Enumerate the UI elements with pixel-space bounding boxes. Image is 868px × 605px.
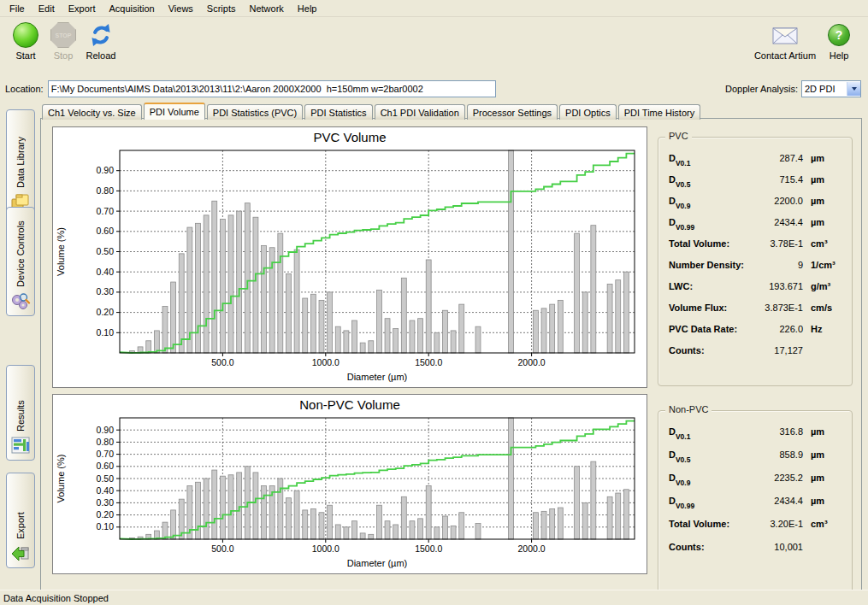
stat-row: Volume Flux:3.873E-1cm/s [669,302,845,324]
sidebar-item-label: Data Library [15,118,26,188]
stat-value: 3.873E-1 [752,302,803,313]
menu-item-help[interactable]: Help [291,2,324,15]
stat-unit: µm [811,426,845,437]
sidebar-item-results[interactable]: Results [6,365,35,461]
svg-text:0.40: 0.40 [97,267,115,277]
stat-unit: Hz [811,324,845,334]
stat-unit: cm³ [811,519,845,529]
doppler-analysis-select[interactable]: 2D PDI [801,80,861,97]
stat-value: 3.20E-1 [752,519,803,529]
combo-dropdown-button[interactable] [847,82,860,96]
menu-item-network[interactable]: Network [242,2,290,15]
svg-text:Volume (%): Volume (%) [56,455,66,503]
stat-row: Total Volume:3.20E-1cm³ [669,519,845,542]
tab-ch1-pdi-validation[interactable]: Ch1 PDI Validation [375,104,465,120]
doppler-analysis-value: 2D PDI [802,84,847,94]
sidebar-item-data-library[interactable]: Data Library [6,109,35,217]
stat-unit: 1/cm³ [811,260,845,270]
stat-label: Counts: [669,542,752,552]
doppler-analysis-label: Doppler Analysis: [725,84,798,94]
menu-item-views[interactable]: Views [162,2,200,15]
stat-value: 2235.2 [752,473,803,483]
menu-item-acquisition[interactable]: Acquisition [103,2,162,15]
svg-text:2000.0: 2000.0 [518,543,546,554]
stat-value: 193.671 [752,281,803,291]
start-button[interactable]: Start [9,21,43,61]
tab-pdi-statistics[interactable]: PDI Statistics [304,104,372,120]
start-icon [13,21,38,49]
svg-text:0.90: 0.90 [97,165,115,175]
stat-row: LWC:193.671g/m³ [669,281,845,302]
sidebar-item-label: Device Controls [15,215,26,287]
app-window: { "menu": { "items": ["File", "Edit", "E… [0,0,868,605]
help-button[interactable]: ? Help [822,21,856,61]
non-pvc-chart-plot: 0.100.200.300.400.500.600.700.800.90500.… [53,414,645,573]
stat-row: DV0.5715.4µm [669,174,845,196]
sidebar-item-export[interactable]: Export [6,473,35,568]
stat-value: 2434.4 [752,217,803,227]
stat-label: Number Density: [669,260,752,270]
svg-text:0.60: 0.60 [97,461,115,471]
stat-value: 3.78E-1 [752,238,803,249]
tab-pdi-statistics-pvc-[interactable]: PDI Statistics (PVC) [207,104,303,120]
menu-bar: FileEditExportAcquisitionViewsScriptsNet… [0,0,868,17]
stat-label: DV0.9 [669,196,752,209]
toolbar-right-group: Contact Artium ? Help [752,21,859,61]
menu-item-edit[interactable]: Edit [32,2,62,15]
svg-text:Diameter (µm): Diameter (µm) [347,558,408,568]
pvc-chart-title: PVC Volume [53,127,647,147]
svg-text:0.20: 0.20 [97,509,115,520]
contact-artium-button[interactable]: Contact Artium [752,21,818,61]
svg-text:0.30: 0.30 [97,497,115,508]
svg-text:Diameter (µm): Diameter (µm) [347,372,408,382]
help-label: Help [830,50,849,61]
menu-item-export[interactable]: Export [62,2,103,15]
svg-text:0.80: 0.80 [97,437,115,447]
stat-label: DV0.5 [669,449,752,462]
stat-label: Volume Flux: [669,302,752,313]
reload-button[interactable]: Reload [84,21,118,61]
stat-unit: µm [811,196,845,206]
svg-text:500.0: 500.0 [211,357,233,367]
stat-row: Counts:10,001 [669,542,845,565]
stat-row: DV0.5858.9µm [669,449,845,473]
stat-label: LWC: [669,281,752,291]
tab-strip: Ch1 Velocity vs. SizePDI VolumePDI Stati… [40,102,862,119]
svg-text:0.50: 0.50 [97,246,115,256]
workspace: Data LibraryDevice ControlsResultsExport… [0,100,868,594]
tab-ch1-velocity-vs-size[interactable]: Ch1 Velocity vs. Size [42,104,142,120]
svg-text:1500.0: 1500.0 [415,357,442,367]
tab-pdi-time-history[interactable]: PDI Time History [618,104,701,120]
stat-row: DV0.92200.0µm [669,196,845,217]
stat-value: 2434.4 [752,496,803,506]
stop-icon: STOP [50,21,76,49]
tab-pdi-volume[interactable]: PDI Volume [144,103,205,120]
svg-text:1500.0: 1500.0 [415,543,442,554]
stat-label: Counts: [669,345,752,355]
stat-unit: µm [811,496,845,506]
menu-item-scripts[interactable]: Scripts [200,2,243,15]
tab-pdi-optics[interactable]: PDI Optics [559,104,617,120]
sidebar: Data LibraryDevice ControlsResultsExport [0,102,40,594]
stat-row: DV0.1287.4µm [669,153,845,174]
toolbar-left-group: Start STOP Stop Reload [9,21,121,61]
tab-control: Ch1 Velocity vs. SizePDI VolumePDI Stati… [40,102,868,594]
svg-text:0.70: 0.70 [97,449,115,459]
stat-label: DV0.99 [669,217,752,230]
stat-unit: µm [811,174,845,185]
non-pvc-chart-title: Non-PVC Volume [53,395,647,414]
stat-row: Number Density:91/cm³ [669,260,845,281]
menu-item-file[interactable]: File [3,2,32,15]
sidebar-item-device-controls[interactable]: Device Controls [6,207,35,316]
pvc-groupbox-title: PVC [665,131,692,141]
svg-text:0.90: 0.90 [97,425,115,435]
location-input[interactable] [48,80,496,97]
stat-row: DV0.92235.2µm [669,473,845,496]
stat-unit: µm [811,217,845,227]
svg-text:500.0: 500.0 [211,543,233,554]
stat-value: 9 [752,260,803,270]
envelope-icon [771,21,800,49]
charts-column: PVC Volume 0.100.200.300.400.500.600.700… [52,126,647,596]
tab-processor-settings[interactable]: Processor Settings [467,104,558,120]
sidebar-item-label: Export [15,481,26,539]
